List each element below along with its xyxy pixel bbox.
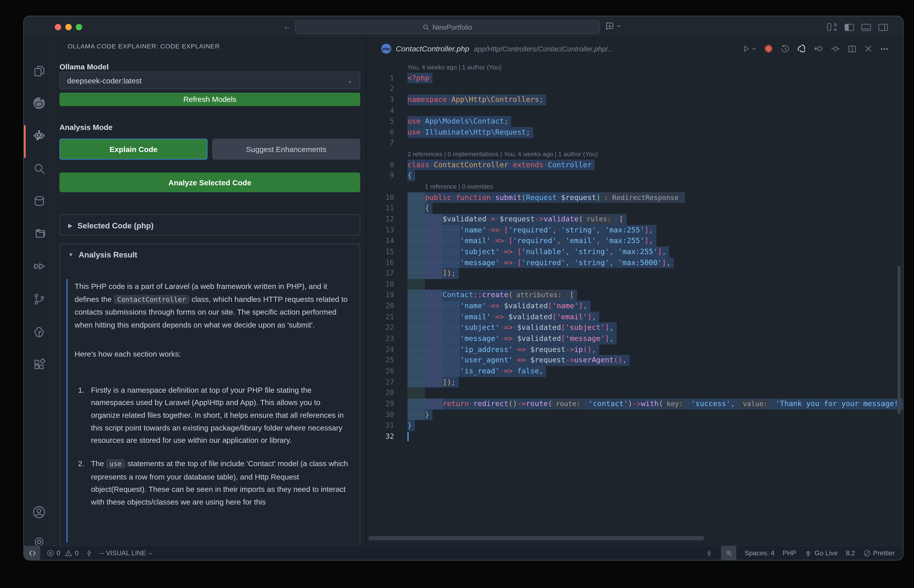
- line-content[interactable]: }: [408, 420, 415, 431]
- codelens-label[interactable]: You, 4 weeks ago | 1 author (You): [408, 62, 502, 73]
- line-content[interactable]: ············'email'·=>·['required',·'ema…: [408, 236, 656, 246]
- split-editor-icon[interactable]: [848, 44, 857, 53]
- sidebar-item-explorer[interactable]: [24, 57, 54, 84]
- analysis-result-header[interactable]: ▼ Analysis Result: [60, 244, 360, 265]
- sidebar-item-code-rabbit[interactable]: [24, 89, 54, 117]
- code-line[interactable]: 5use·App\Models\Contact;: [367, 116, 903, 127]
- toggle-secondary-sidebar-icon[interactable]: [878, 24, 888, 31]
- zoom-window-button[interactable]: [76, 24, 82, 30]
- vertical-scrollbar[interactable]: [898, 266, 901, 414]
- close-window-button[interactable]: [55, 24, 61, 30]
- vim-mode-indicator[interactable]: -- VISUAL LINE --: [100, 549, 153, 556]
- line-content[interactable]: ············'message'·=>·['required',·'s…: [408, 257, 674, 268]
- explain-code-button[interactable]: Explain Code: [60, 139, 207, 160]
- prettier-indicator[interactable]: Prettier: [863, 549, 895, 557]
- code-line[interactable]: 18: [367, 279, 903, 290]
- command-center-search[interactable]: NewPortfolio: [295, 20, 600, 34]
- codelens-label[interactable]: 1 reference | 0 overrides: [425, 181, 493, 192]
- sidebar-item-database[interactable]: [24, 187, 54, 215]
- code-line[interactable]: 12········$validated·=·$request->validat…: [367, 214, 903, 225]
- line-content[interactable]: ············'name'·=>·$validated['name']…: [408, 301, 590, 312]
- commit-icon[interactable]: [706, 549, 713, 557]
- line-content[interactable]: use·Illuminate\Http\Request;: [408, 127, 533, 138]
- code-line[interactable]: 21············'email'·=>·$validated['ema…: [367, 312, 903, 322]
- sidebar-item-ollama-code-explainer[interactable]: [24, 122, 54, 150]
- line-content[interactable]: class·ContactController·extends·Controll…: [408, 160, 595, 170]
- breadcrumb[interactable]: php ContactController.php app/Http/Contr…: [381, 38, 613, 60]
- php-version-indicator[interactable]: 8.2: [846, 549, 855, 556]
- code-line[interactable]: 15············'subject'·=>·['nullable',·…: [367, 246, 903, 257]
- line-content[interactable]: ········Contact::create(attributes:·[: [408, 290, 577, 300]
- sidebar-item-testing[interactable]: [24, 252, 54, 280]
- problems-indicator[interactable]: 0 0: [47, 549, 79, 557]
- sidebar-item-search[interactable]: [24, 154, 54, 183]
- sidebar-item-project-tree[interactable]: [24, 318, 54, 346]
- sidebar-item-extensions[interactable]: [24, 350, 54, 378]
- analyze-selected-code-button[interactable]: Analyze Selected Code: [60, 172, 360, 192]
- code-line[interactable]: 13············'name'·=>·['required',·'st…: [367, 225, 903, 236]
- go-live-button[interactable]: Go Live: [805, 549, 838, 557]
- code-line[interactable]: 27········]);: [367, 377, 903, 388]
- toggle-panel-icon[interactable]: [862, 24, 871, 31]
- codelens-row[interactable]: 1 reference | 0 overrides: [367, 181, 903, 192]
- line-content[interactable]: ········]);: [408, 268, 459, 279]
- remote-indicator[interactable]: [24, 546, 40, 561]
- line-content[interactable]: ········return·redirect()->route(route:·…: [408, 399, 903, 409]
- chatgpt-icon[interactable]: [797, 44, 807, 54]
- code-line[interactable]: 2: [367, 83, 903, 94]
- code-line[interactable]: 19········Contact::create(attributes:·[: [367, 290, 903, 300]
- code-line[interactable]: 23············'message'·=>·$validated['m…: [367, 333, 903, 344]
- back-arrow-icon[interactable]: ←: [282, 22, 293, 31]
- line-content[interactable]: ············'subject'·=>·$validated['sub…: [408, 322, 617, 333]
- code-line[interactable]: 8class·ContactController·extends·Control…: [367, 160, 903, 170]
- horizontal-scrollbar[interactable]: [369, 536, 704, 540]
- timeline-icon[interactable]: [780, 44, 790, 53]
- code-line[interactable]: 28: [367, 388, 903, 399]
- compare-icon[interactable]: [830, 44, 841, 54]
- code-line[interactable]: 14············'email'·=>·['required',·'e…: [367, 236, 903, 246]
- suggest-enhancements-button[interactable]: Suggest Enhancements: [212, 139, 360, 160]
- more-actions-icon[interactable]: [880, 44, 889, 53]
- sidebar-item-folders[interactable]: [24, 220, 54, 248]
- code-line[interactable]: 10····public·function·submit(Request·$re…: [367, 192, 903, 203]
- indentation-indicator[interactable]: Spaces: 4: [745, 549, 775, 556]
- account-icon[interactable]: [24, 498, 54, 526]
- line-content[interactable]: ············'user_agent'·=>·$request->us…: [408, 355, 630, 366]
- line-content[interactable]: use·App\Models\Contact;: [408, 116, 511, 127]
- code-line[interactable]: 4: [367, 105, 903, 116]
- code-line[interactable]: 9{: [367, 170, 903, 181]
- line-content[interactable]: <?php: [408, 73, 432, 83]
- language-indicator[interactable]: PHP: [783, 549, 796, 556]
- line-content[interactable]: ········$validated·=·$request->validate(…: [408, 214, 627, 225]
- code-line[interactable]: 1<?php: [367, 73, 903, 83]
- sparkle-icon[interactable]: [764, 44, 773, 54]
- copilot-icon[interactable]: [605, 21, 621, 31]
- codelens-label[interactable]: 2 references | 0 implementations | You, …: [408, 149, 598, 160]
- codelens-row[interactable]: You, 4 weeks ago | 1 author (You): [367, 62, 903, 73]
- code-area[interactable]: You, 4 weeks ago | 1 author (You)1<?php2…: [367, 62, 903, 442]
- line-content[interactable]: ········]);: [408, 377, 459, 388]
- code-line[interactable]: 25············'user_agent'·=>·$request->…: [367, 355, 903, 366]
- toggle-sidebar-icon[interactable]: [844, 24, 854, 31]
- code-line[interactable]: 6use·Illuminate\Http\Request;: [367, 127, 903, 138]
- line-content[interactable]: ····}: [408, 409, 432, 420]
- line-content[interactable]: ············'subject'·=>·['nullable',·'s…: [408, 246, 669, 257]
- code-line[interactable]: 31}: [367, 420, 903, 431]
- code-line[interactable]: 16············'message'·=>·['required',·…: [367, 257, 903, 268]
- code-line[interactable]: 30····}: [367, 409, 903, 420]
- line-content[interactable]: ············'ip_address'·=>·$request->ip…: [408, 344, 599, 355]
- code-line[interactable]: 24············'ip_address'·=>·$request->…: [367, 344, 903, 355]
- line-content[interactable]: namespace·App\Http\Controllers;: [408, 94, 547, 105]
- code-line[interactable]: 7: [367, 138, 903, 149]
- line-content[interactable]: ····{: [408, 203, 432, 214]
- line-content[interactable]: ············'is_read'·=>·false,: [408, 366, 547, 377]
- code-line[interactable]: 17········]);: [367, 268, 903, 279]
- code-line[interactable]: 29········return·redirect()->route(route…: [367, 399, 903, 409]
- line-content[interactable]: {: [408, 170, 415, 181]
- sidebar-item-source-control[interactable]: [24, 285, 54, 313]
- line-content[interactable]: ············'message'·=>·$validated['mes…: [408, 333, 617, 344]
- close-icon[interactable]: [864, 44, 873, 53]
- customize-layout-icon[interactable]: [827, 23, 837, 31]
- minimize-window-button[interactable]: [65, 24, 71, 30]
- code-line[interactable]: 32: [367, 431, 903, 442]
